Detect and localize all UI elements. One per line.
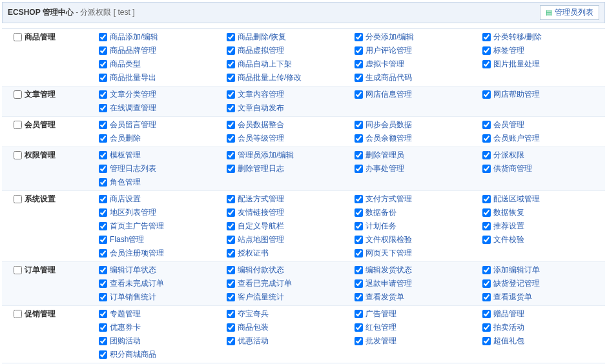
perm-checkbox[interactable] xyxy=(355,222,363,230)
perm-checkbox[interactable] xyxy=(355,151,363,159)
perm-item[interactable]: 文章分类管理 xyxy=(99,88,221,101)
perm-checkbox[interactable] xyxy=(99,121,107,129)
perm-item[interactable]: 客户流量统计 xyxy=(227,290,349,304)
perm-item[interactable]: 红包管理 xyxy=(355,321,477,334)
perm-item[interactable]: 商品删除/恢复 xyxy=(227,30,349,44)
perm-checkbox[interactable] xyxy=(482,151,491,159)
perm-checkbox[interactable] xyxy=(482,60,491,68)
perm-checkbox[interactable] xyxy=(99,222,107,230)
perm-item[interactable]: 首页主广告管理 xyxy=(99,219,221,233)
perm-checkbox[interactable] xyxy=(99,350,107,359)
perm-checkbox[interactable] xyxy=(355,33,363,41)
perm-item[interactable]: 配送区域管理 xyxy=(482,192,605,206)
perm-checkbox[interactable] xyxy=(99,33,107,41)
section-cell[interactable]: 商品管理 xyxy=(2,29,99,45)
perm-checkbox[interactable] xyxy=(227,90,235,99)
perm-checkbox[interactable] xyxy=(227,104,235,112)
perm-checkbox[interactable] xyxy=(482,90,491,99)
perm-checkbox[interactable] xyxy=(227,195,235,203)
perm-item[interactable]: 模板管理 xyxy=(99,148,221,162)
perm-item[interactable]: 计划任务 xyxy=(355,219,477,233)
section-cell[interactable]: 会员管理 xyxy=(2,117,99,133)
perm-item[interactable]: 分类添加/编辑 xyxy=(355,30,477,44)
perm-checkbox[interactable] xyxy=(482,323,491,332)
perm-item[interactable]: 图片批量处理 xyxy=(482,57,605,71)
perm-checkbox[interactable] xyxy=(227,46,235,55)
perm-item[interactable]: 删除管理员 xyxy=(355,148,477,162)
perm-item[interactable]: 在线调查管理 xyxy=(99,101,221,115)
perm-item[interactable]: 地区列表管理 xyxy=(99,206,221,219)
section-cell[interactable]: 文章管理 xyxy=(2,86,99,103)
perm-item[interactable]: 优惠券卡 xyxy=(99,321,221,334)
perm-item[interactable]: 超值礼包 xyxy=(482,334,605,348)
perm-item[interactable]: 会员留言管理 xyxy=(99,118,221,132)
perm-checkbox[interactable] xyxy=(482,195,491,203)
perm-item[interactable]: 积分商城商品 xyxy=(99,348,221,361)
perm-checkbox[interactable] xyxy=(227,279,235,288)
perm-item[interactable]: 文章内容管理 xyxy=(227,88,349,101)
perm-item[interactable]: 站点地图管理 xyxy=(227,233,349,247)
perm-checkbox[interactable] xyxy=(99,323,107,332)
perm-item[interactable]: 数据恢复 xyxy=(482,206,605,219)
perm-item[interactable]: 数据备份 xyxy=(355,206,477,219)
perm-checkbox[interactable] xyxy=(99,195,107,203)
perm-item[interactable]: 友情链接管理 xyxy=(227,206,349,219)
perm-item[interactable]: 配送方式管理 xyxy=(227,192,349,206)
perm-checkbox[interactable] xyxy=(99,236,107,244)
perm-item[interactable]: 优惠活动 xyxy=(227,334,349,348)
perm-item[interactable]: 网店帮助管理 xyxy=(482,88,605,101)
perm-checkbox[interactable] xyxy=(227,60,235,68)
perm-checkbox[interactable] xyxy=(355,337,363,345)
perm-item[interactable]: 查看退货单 xyxy=(482,290,605,304)
perm-item[interactable]: 批发管理 xyxy=(355,334,477,348)
perm-checkbox[interactable] xyxy=(482,236,491,244)
perm-item[interactable]: 会员数据整合 xyxy=(227,118,349,132)
perm-checkbox[interactable] xyxy=(99,46,107,55)
perm-checkbox[interactable] xyxy=(355,323,363,332)
perm-checkbox[interactable] xyxy=(227,249,235,258)
perm-checkbox[interactable] xyxy=(355,195,363,203)
perm-item[interactable]: 查看已完成订单 xyxy=(227,277,349,290)
perm-checkbox[interactable] xyxy=(227,121,235,129)
perm-checkbox[interactable] xyxy=(482,121,491,129)
perm-item[interactable]: 分派权限 xyxy=(482,148,605,162)
perm-checkbox[interactable] xyxy=(99,90,107,99)
perm-item[interactable]: 支付方式管理 xyxy=(355,192,477,206)
perm-item[interactable]: 团购活动 xyxy=(99,334,221,348)
perm-item[interactable]: 会员账户管理 xyxy=(482,132,605,145)
perm-checkbox[interactable] xyxy=(99,293,107,301)
perm-item[interactable]: 会员等级管理 xyxy=(227,132,349,145)
section-checkbox[interactable] xyxy=(14,151,22,159)
perm-checkbox[interactable] xyxy=(355,90,363,99)
perm-item[interactable]: 办事处管理 xyxy=(355,162,477,176)
perm-checkbox[interactable] xyxy=(227,236,235,244)
perm-checkbox[interactable] xyxy=(355,134,363,143)
perm-checkbox[interactable] xyxy=(99,60,107,68)
perm-item[interactable]: 会员注册项管理 xyxy=(99,247,221,260)
section-checkbox[interactable] xyxy=(14,310,22,318)
perm-item[interactable]: 同步会员数据 xyxy=(355,118,477,132)
perm-checkbox[interactable] xyxy=(99,310,107,318)
perm-item[interactable]: 文件权限检验 xyxy=(355,233,477,247)
perm-item[interactable]: 商品虚拟管理 xyxy=(227,44,349,57)
perm-checkbox[interactable] xyxy=(482,208,491,217)
section-cell[interactable]: 促销管理 xyxy=(2,306,99,322)
perm-item[interactable]: 自定义导航栏 xyxy=(227,219,349,233)
perm-item[interactable]: 商品类型 xyxy=(99,57,221,71)
perm-checkbox[interactable] xyxy=(99,165,107,173)
perm-item[interactable]: Flash管理 xyxy=(99,233,221,247)
section-cell[interactable]: 订单管理 xyxy=(2,262,99,278)
perm-checkbox[interactable] xyxy=(99,337,107,345)
perm-checkbox[interactable] xyxy=(355,74,363,82)
perm-item[interactable]: 广告管理 xyxy=(355,307,477,321)
perm-item[interactable]: 专题管理 xyxy=(99,307,221,321)
section-checkbox[interactable] xyxy=(14,33,22,41)
perm-checkbox[interactable] xyxy=(355,165,363,173)
perm-item[interactable]: 商品自动上下架 xyxy=(227,57,349,71)
perm-item[interactable]: 会员管理 xyxy=(482,118,605,132)
perm-item[interactable]: 商店设置 xyxy=(99,192,221,206)
perm-checkbox[interactable] xyxy=(99,151,107,159)
perm-item[interactable]: 授权证书 xyxy=(227,247,349,260)
perm-item[interactable]: 推荐设置 xyxy=(482,219,605,233)
perm-item[interactable]: 查看发货单 xyxy=(355,290,477,304)
